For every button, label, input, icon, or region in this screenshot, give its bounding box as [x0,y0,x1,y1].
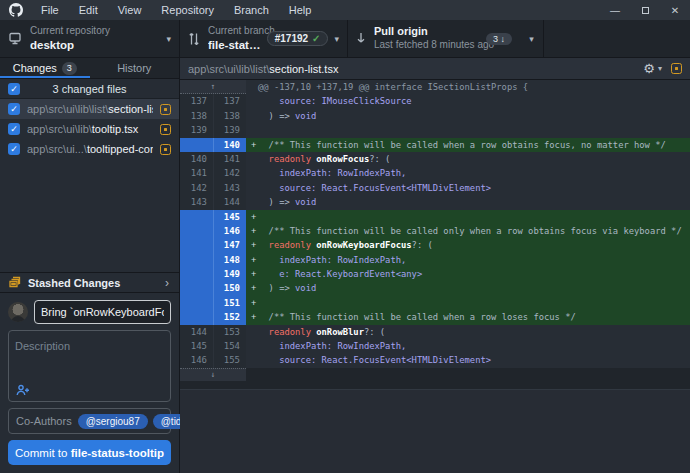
commit-description-field[interactable]: Description [8,330,171,402]
modified-status-icon [160,124,171,135]
diff-row[interactable]: 137 137 source: IMouseClickSource [180,94,690,108]
old-line-number [180,296,213,310]
changed-file-row[interactable]: ✓ app\src\ui...\tooltipped-content.tsx [0,139,179,159]
diff-row[interactable]: 150 + ) => void [180,281,690,295]
pull-request-badge[interactable]: #17192 ✓ [267,31,329,46]
coauthors-field[interactable]: Co-Authors @sergiou87@tidy-dev [8,408,171,434]
new-line-number: 139 [213,123,246,137]
diff-row[interactable]: 139 139 [180,123,690,137]
coauthor-pill[interactable]: @sergiou87 [78,414,148,429]
menubar-item-help[interactable]: Help [279,0,322,20]
expand-hunk-up-button[interactable]: ↑ [180,80,246,94]
diff-row[interactable]: 147 + readonly onRowKeyboardFocus?: ( [180,238,690,252]
diff-file-header: app\src\ui\lib\list\section-list.tsx ⚙ ▾ [180,58,690,80]
menubar-item-edit[interactable]: Edit [69,0,108,20]
diff-marker: + [251,310,256,324]
diff-line-content: readonly onRowBlur?: ( [246,325,690,339]
tab-history[interactable]: History [90,58,180,78]
menu-items: FileEditViewRepositoryBranchHelp [31,0,321,20]
changed-files-list: ✓ app\src\ui\lib\list\section-list.tsx ✓… [0,99,179,159]
changed-files-count-label: 3 changed files [0,83,179,95]
changed-file-row[interactable]: ✓ app\src\ui\lib\tooltip.tsx [0,119,179,139]
pull-options-caret-button[interactable]: ▾ [520,20,544,57]
stashed-changes-row[interactable]: Stashed Changes › [0,272,179,293]
file-include-checkbox[interactable]: ✓ [8,103,20,115]
diff-row[interactable]: 140 + /** This function will be called w… [180,138,690,152]
old-line-number: 143 [180,195,213,209]
diff-marker: + [251,210,256,224]
new-line-number: 152 [213,310,246,324]
old-line-number: 144 [180,325,213,339]
diff-row[interactable]: 138 138 ) => void [180,109,690,123]
diff-row[interactable]: 146 155 source: React.FocusEvent<HTMLDiv… [180,353,690,367]
diff-row[interactable]: 146 + /** This function will be called o… [180,224,690,238]
diff-marker: + [251,253,256,267]
desktop-repository-icon [8,32,22,45]
diff-row[interactable]: 148 + indexPath: RowIndexPath, [180,253,690,267]
close-button[interactable]: ✕ [660,0,690,20]
diff-marker: + [251,267,256,281]
current-branch-label: Current branch [208,25,261,38]
diff-row[interactable]: 145 + [180,210,690,224]
old-line-number: 141 [180,166,213,180]
new-line-number: 142 [213,166,246,180]
diff-row[interactable]: 141 142 indexPath: RowIndexPath, [180,166,690,180]
expand-hunk-down-button[interactable]: ↓ [180,368,246,381]
menubar-item-view[interactable]: View [108,0,152,20]
diff-row[interactable]: 140 141 readonly onRowFocus?: ( [180,152,690,166]
add-coauthor-icon[interactable] [16,384,30,396]
diff-row[interactable]: 142 143 source: React.FocusEvent<HTMLDiv… [180,181,690,195]
diff-panel: app\src\ui\lib\list\section-list.tsx ⚙ ▾… [180,58,690,473]
file-path: app\src\ui\lib\list\section-list.tsx [27,103,153,115]
diff-row[interactable]: 149 + e: React.KeyboardEvent<any> [180,267,690,281]
file-include-checkbox[interactable]: ✓ [8,123,20,135]
old-line-number [180,267,213,281]
commit-button-branch-name: file-status-tooltip [71,447,164,459]
diff-options-button[interactable]: ⚙ ▾ [643,62,662,75]
diff-row[interactable]: 145 154 indexPath: RowIndexPath, [180,339,690,353]
new-line-number: 144 [213,195,246,209]
main-content: Changes 3 History ✓ 3 changed files ✓ ap… [0,58,690,473]
old-line-number [180,310,213,324]
diff-line-content: source: React.FocusEvent<HTMLDivElement> [246,353,690,367]
pull-count-badge: 3 ↓ [486,33,512,45]
diff-line-content: + indexPath: RowIndexPath, [246,253,690,267]
diff-row[interactable]: 151 + [180,296,690,310]
menubar-item-file[interactable]: File [31,0,69,20]
diff-row[interactable]: 144 153 readonly onRowBlur?: ( [180,325,690,339]
diff-file-name: section-list.tsx [269,63,338,75]
old-line-number: 139 [180,123,213,137]
new-line-number: 137 [213,94,246,108]
menubar-item-branch[interactable]: Branch [224,0,279,20]
new-line-number: 145 [213,210,246,224]
current-branch-button[interactable]: Current branch file-status-too... #17192… [180,20,348,57]
diff-row[interactable]: 143 144 ) => void [180,195,690,209]
tab-label: Changes [13,62,57,74]
commit-summary-input[interactable] [34,300,171,324]
new-line-number: 149 [213,267,246,281]
diff-line-content: + /** This function will be called when … [246,138,690,152]
diff-line-content: + e: React.KeyboardEvent<any> [246,267,690,281]
old-line-number: 142 [180,181,213,195]
diff-row[interactable]: 152 + /** This function will be called w… [180,310,690,324]
current-repository-button[interactable]: Current repository desktop ▾ [0,20,180,57]
window-controls: — ✕ [600,0,690,20]
pull-origin-button[interactable]: Pull origin Last fetched 8 minutes ago 3… [348,20,520,57]
menubar-item-repository[interactable]: Repository [151,0,224,20]
maximize-button[interactable] [630,0,660,20]
new-line-number: 141 [213,152,246,166]
stashed-changes-label: Stashed Changes [28,277,158,289]
tab-changes[interactable]: Changes 3 [0,58,90,78]
new-line-number: 150 [213,281,246,295]
new-line-number: 148 [213,253,246,267]
old-line-number [180,253,213,267]
file-include-checkbox[interactable]: ✓ [8,143,20,155]
new-line-number: 147 [213,238,246,252]
caret-down-icon: ▾ [529,34,534,44]
commit-button[interactable]: Commit to file-status-tooltip [8,440,171,465]
current-branch-name: file-status-too... [208,38,261,52]
minimize-button[interactable]: — [600,0,630,20]
changed-file-row[interactable]: ✓ app\src\ui\lib\list\section-list.tsx [0,99,179,119]
select-all-row[interactable]: ✓ 3 changed files [0,79,179,99]
diff-line-content: + [246,296,690,310]
